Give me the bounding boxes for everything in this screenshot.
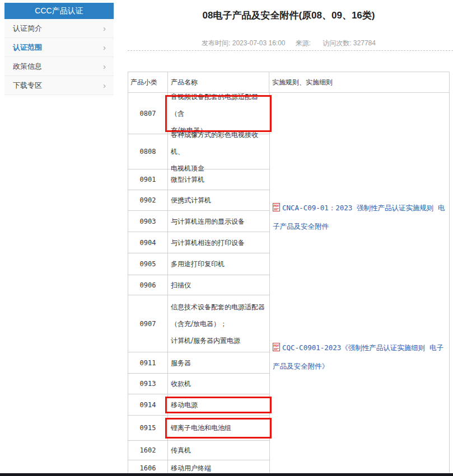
pdf-icon: PDF [273,340,280,357]
product-name: 信息技术设备配套的电源适配器 （含充/放电器）； 计算机/服务器内置电源 [168,295,269,352]
table-left-columns: 0807 音视频设备配套的电源适配器（含 充/放电器） 0808 各种成像方式的… [128,93,269,476]
product-name: 收款机 [168,374,269,394]
table-row: 0902 便携式计算机 [128,190,269,211]
product-name: 扫描仪 [168,275,269,295]
table-row: 0907 信息技术设备配套的电源适配器 （含充/放电器）； 计算机/服务器内置电… [128,295,269,352]
product-name: 各种成像方式的彩色电视接收机、 电视机顶盒 [168,134,269,169]
product-name: 移动电源 [168,394,269,415]
sidebar-item-label: 下载专区 [13,81,42,91]
sidebar-item-label: 认证简介 [13,23,42,34]
product-name: 传真机 [168,441,269,460]
table-row: 0913 收款机 [128,374,269,394]
svg-text:PDF: PDF [274,204,279,208]
product-name: 微型计算机 [168,169,269,190]
product-code: 0902 [128,190,168,210]
product-code: 0914 [128,394,168,415]
chevron-right-icon: › [103,81,106,89]
product-name: 服务器 [168,352,269,373]
table-row: 1602 传真机 [128,441,269,460]
product-code: 0905 [128,253,168,275]
sidebar-item-certification-intro[interactable]: 认证简介 › [4,19,114,38]
publish-time: 发布时间: 2023-07-03 16:00 [202,39,285,47]
product-code: 0904 [128,232,168,253]
product-code: 0808 [128,134,168,169]
product-code: 0913 [128,374,168,394]
product-code: 0907 [128,295,168,352]
header-product-subclass: 产品小类 [128,72,168,92]
source: 来源: [296,39,313,47]
rule-pdf-link-cnca[interactable]: PDFCNCA-C09-01：2023 强制性产品认证实施规则 电子产品及安全附… [273,199,447,235]
sidebar-item-certification-scope[interactable]: 认证范围 › [4,38,114,57]
table-row: 0905 多用途打印复印机 [128,253,269,275]
product-table: 产品小类 产品名称 实施规则、实施细则 0807 音视频设备配套的电源适配器（含… [128,72,450,476]
product-code: 0911 [128,352,168,373]
table-row: 0914 移动电源 [128,394,269,416]
table-row: 0915 锂离子电池和电池组 [128,416,269,441]
sidebar-item-policy-info[interactable]: 政策信息 › [4,57,114,76]
sidebar: CCC产品认证 认证简介 › 认证范围 › 政策信息 › 下载专区 › [4,3,114,95]
rules-column: PDFCNCA-C09-01：2023 强制性产品认证实施规则 电子产品及安全附… [269,93,449,476]
chevron-right-icon: › [103,43,106,51]
chevron-right-icon: › [103,24,106,32]
table-row: 0808 各种成像方式的彩色电视接收机、 电视机顶盒 [128,134,269,169]
product-name: 便携式计算机 [168,190,269,210]
product-code: 0915 [128,416,168,440]
sidebar-item-label: 认证范围 [13,43,42,53]
product-code: 0807 [128,93,168,134]
table-row: 0906 扫描仪 [128,275,269,295]
sidebar-item-download-zone[interactable]: 下载专区 › [4,76,114,95]
page-title: 08电子产品及安全附件(原08、09、16类) [128,9,450,22]
svg-text:PDF: PDF [274,344,279,347]
sidebar-title: CCC产品认证 [4,3,114,19]
product-code: 1602 [128,441,168,460]
product-name: 与计算机相连的打印设备 [168,232,269,253]
product-code: 0906 [128,275,168,295]
product-name: 与计算机连用的显示设备 [168,211,269,232]
article-meta: 发布时间: 2023-07-03 16:00来源: 访问次数: 327784 [128,39,450,48]
product-name: 锂离子电池和电池组 [168,416,269,440]
pdf-icon: PDF [273,200,280,218]
table-row: 0903 与计算机连用的显示设备 [128,211,269,232]
chevron-right-icon: › [103,62,106,70]
product-code: 0903 [128,211,168,232]
dotted-divider [128,50,453,51]
visit-count: 访问次数: 327784 [323,39,376,47]
rule-pdf-link-cqc[interactable]: PDFCQC-C0901-2023《强制性产品认证实施细则 电子产品及安全附件》 [273,339,447,375]
product-code: 0901 [128,169,168,190]
product-name: 多用途打印复印机 [168,253,269,275]
table-row: 0901 微型计算机 [128,169,269,190]
table-row: 0904 与计算机相连的打印设备 [128,232,269,253]
table-row: 0911 服务器 [128,352,269,374]
footer-bar [0,473,453,476]
header-rules: 实施规则、实施细则 [269,72,449,92]
sidebar-item-label: 政策信息 [13,62,42,72]
